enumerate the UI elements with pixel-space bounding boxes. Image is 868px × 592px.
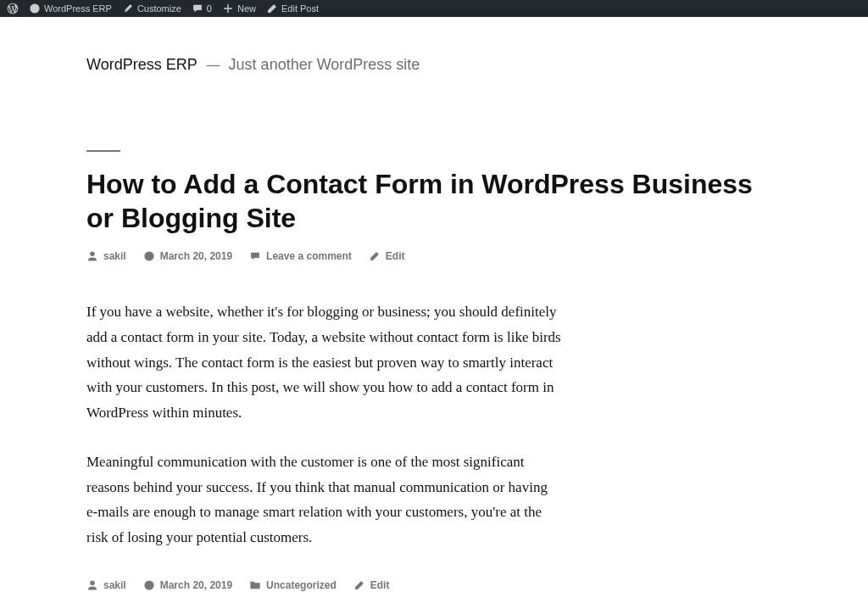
wp-logo-menu[interactable] — [7, 3, 19, 14]
post-meta-top: sakil March 20, 2019 Leave a comment Edi… — [86, 250, 782, 262]
post-content: How to Add a Contact Form in WordPress B… — [86, 150, 782, 592]
author-link[interactable]: sakil — [103, 250, 126, 262]
title-separator: — — [206, 58, 220, 72]
comment-icon — [249, 250, 261, 262]
category-link[interactable]: Uncategorized — [266, 579, 337, 591]
date-link[interactable]: March 20, 2019 — [160, 579, 232, 591]
plus-icon — [222, 3, 234, 14]
post-title: How to Add a Contact Form in WordPress B… — [86, 167, 782, 235]
comment-icon — [192, 3, 203, 14]
site-title-link[interactable]: WordPress ERP — [86, 56, 198, 73]
meta-date: March 20, 2019 — [143, 579, 232, 591]
meta-edit: Edit — [369, 250, 405, 262]
new-content-link[interactable]: New — [222, 3, 256, 14]
person-icon — [86, 250, 98, 262]
meta-category: Uncategorized — [249, 579, 337, 591]
post-paragraph: If you have a website, whether it's for … — [86, 299, 561, 426]
brush-icon — [122, 3, 134, 14]
edit-link[interactable]: Edit — [370, 579, 390, 591]
meta-author: sakil — [86, 250, 126, 262]
site-name-menu[interactable]: WordPress ERP — [29, 3, 112, 14]
comments-count: 0 — [207, 3, 212, 14]
customize-label: Customize — [137, 3, 181, 14]
site-header: WordPress ERP — Just another WordPress s… — [86, 17, 782, 91]
pencil-icon — [369, 250, 381, 262]
comments-link[interactable]: 0 — [192, 3, 212, 14]
folder-icon — [249, 579, 261, 591]
person-icon — [86, 579, 98, 591]
post-meta-bottom: sakil March 20, 2019 Uncategorized Edit — [86, 579, 782, 591]
site-tagline: Just another WordPress site — [229, 56, 420, 73]
meta-edit: Edit — [353, 579, 390, 591]
post-paragraph: Meaningful communication with the custom… — [86, 450, 561, 550]
post-body: If you have a website, whether it's for … — [86, 299, 561, 550]
meta-comments: Leave a comment — [249, 250, 352, 262]
edit-link[interactable]: Edit — [386, 250, 405, 262]
admin-bar-site-name: WordPress ERP — [44, 3, 112, 14]
wordpress-icon — [7, 3, 19, 14]
meta-author: sakil — [86, 579, 126, 591]
edit-post-label: Edit Post — [281, 3, 319, 14]
customize-link[interactable]: Customize — [122, 3, 181, 14]
edit-post-link[interactable]: Edit Post — [266, 3, 319, 14]
new-label: New — [237, 3, 256, 14]
admin-bar: WordPress ERP Customize 0 New Edit Post — [0, 0, 868, 17]
clock-icon — [143, 579, 155, 591]
pencil-icon — [353, 579, 365, 591]
author-link[interactable]: sakil — [103, 579, 126, 591]
date-link[interactable]: March 20, 2019 — [160, 250, 232, 262]
clock-icon — [143, 250, 155, 262]
leave-comment-link[interactable]: Leave a comment — [266, 250, 352, 262]
title-rule — [86, 150, 120, 152]
pencil-icon — [266, 3, 278, 14]
meta-date: March 20, 2019 — [143, 250, 232, 262]
dashboard-icon — [29, 3, 41, 14]
